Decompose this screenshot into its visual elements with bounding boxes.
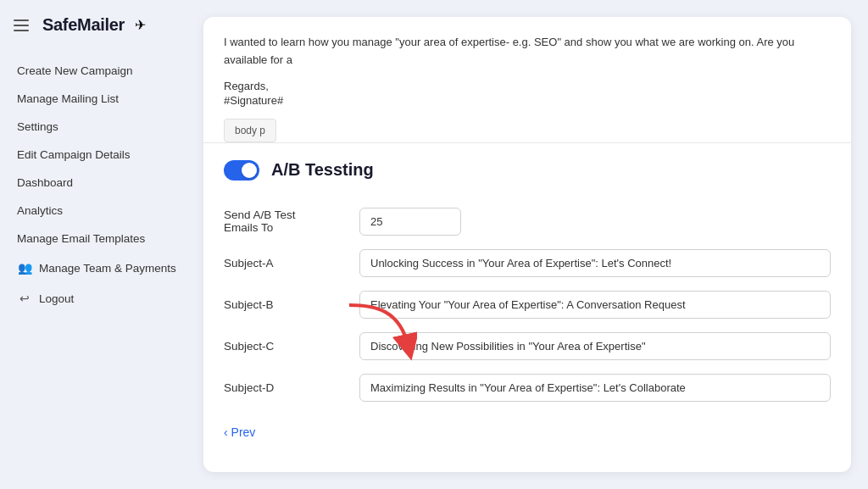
team-icon: 👥 (17, 260, 32, 275)
email-regards: Regards, (224, 80, 831, 92)
content-card: I wanted to learn how you manage "your a… (203, 17, 851, 472)
sidebar-item-label: Analytics (17, 204, 63, 217)
field-input-3[interactable] (359, 332, 831, 360)
field-input-cell-4 (359, 367, 831, 408)
sidebar-item-label: Manage Team & Payments (39, 262, 176, 275)
editor-toolbar: body p (224, 119, 276, 142)
ab-test-title: A/B Tessting (271, 160, 374, 180)
field-input-4[interactable] (359, 374, 831, 402)
sidebar-nav: Create New Campaign Manage Mailing List … (0, 50, 195, 489)
email-signature: #Signature# (224, 94, 831, 107)
sidebar-item-team-payments[interactable]: 👥 Manage Team & Payments (0, 253, 195, 283)
field-input-cell-1 (359, 242, 831, 284)
logout-icon: ↩ (17, 291, 32, 306)
ab-form: Send A/B TestEmails To Subject-A Subject… (224, 201, 831, 408)
sidebar-item-label: Settings (17, 120, 58, 133)
sidebar: SafeMailer ✈ Create New Campaign Manage … (0, 0, 195, 489)
field-label-0: Send A/B TestEmails To (224, 201, 359, 242)
logo-icon: ✈ (135, 17, 146, 33)
sidebar-item-settings[interactable]: Settings (0, 113, 195, 141)
prev-button[interactable]: ‹ Prev (224, 425, 255, 439)
sidebar-item-mailing-list[interactable]: Manage Mailing List (0, 85, 195, 113)
field-label-3: Subject-C (224, 325, 359, 367)
field-input-0[interactable] (359, 208, 461, 236)
sidebar-item-label: Dashboard (17, 176, 73, 189)
sidebar-item-logout[interactable]: ↩ Logout (0, 283, 195, 314)
field-label-1: Subject-A (224, 242, 359, 284)
sidebar-item-label: Edit Campaign Details (17, 148, 131, 161)
app-logo: SafeMailer (42, 15, 125, 35)
main-content: I wanted to learn how you manage "your a… (195, 0, 868, 489)
ab-toggle-row: A/B Tessting (224, 160, 831, 181)
sidebar-item-create-campaign[interactable]: Create New Campaign (0, 57, 195, 85)
sidebar-header: SafeMailer ✈ (0, 0, 195, 50)
hamburger-menu[interactable] (14, 19, 29, 31)
field-label-2: Subject-B (224, 284, 359, 325)
field-input-2[interactable] (359, 291, 831, 319)
sidebar-item-label: Create New Campaign (17, 64, 133, 77)
field-label-4: Subject-D (224, 367, 359, 408)
sidebar-item-label: Logout (39, 292, 74, 305)
sidebar-item-label: Manage Email Templates (17, 232, 145, 245)
field-input-cell-0 (359, 201, 831, 242)
field-input-cell-3 (359, 325, 831, 367)
sidebar-item-analytics[interactable]: Analytics (0, 197, 195, 225)
sidebar-item-edit-campaign[interactable]: Edit Campaign Details (0, 141, 195, 169)
field-input-1[interactable] (359, 249, 831, 277)
sidebar-item-email-templates[interactable]: Manage Email Templates (0, 225, 195, 253)
email-preview: I wanted to learn how you manage "your a… (203, 17, 851, 143)
sidebar-item-dashboard[interactable]: Dashboard (0, 169, 195, 197)
email-body-text: I wanted to learn how you manage "your a… (224, 34, 831, 69)
ab-section: A/B Tessting Send A/B TestEmails To Subj… (203, 143, 851, 472)
sidebar-item-label: Manage Mailing List (17, 92, 119, 105)
ab-test-toggle[interactable] (224, 160, 259, 181)
field-input-cell-2 (359, 284, 831, 325)
